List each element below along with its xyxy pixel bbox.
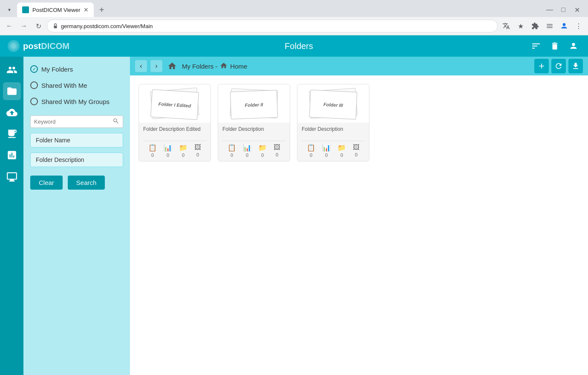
folder-stat: 🖼 0 <box>194 144 201 158</box>
browser-tab-active[interactable]: PostDICOM Viewer ✕ <box>17 3 94 17</box>
folder-stats: 📋 0 📊 0 📁 0 🖼 0 <box>143 141 206 159</box>
action-buttons: Clear Search <box>30 176 123 190</box>
folder-description: Folder Description <box>302 126 365 138</box>
translate-icon[interactable] <box>500 20 512 32</box>
stat-count: 0 <box>340 153 343 158</box>
sidebar-icon-folders[interactable] <box>3 82 21 100</box>
folder-paper-front: Folder III <box>309 89 357 119</box>
folder-paper-front: Folder I Edited <box>150 89 199 120</box>
folder-card-1[interactable]: Folder I Edited Folder Description Edite… <box>138 84 211 162</box>
sidebar-icon-avatar[interactable] <box>3 61 21 79</box>
close-window-button[interactable]: ✕ <box>571 4 583 16</box>
left-panel: My Folders Shared With Me Shared With My… <box>23 57 130 375</box>
home-icon-nav <box>166 60 179 72</box>
back-button[interactable]: ← <box>3 20 15 32</box>
main-content: ‹ › My Folders - Home <box>130 57 588 375</box>
folder-title: Folder I Edited <box>156 99 193 110</box>
nav-my-folders[interactable]: My Folders <box>30 63 123 75</box>
clear-button[interactable]: Clear <box>30 176 63 190</box>
download-button[interactable] <box>568 59 583 73</box>
stat-icon: 📁 <box>337 144 346 152</box>
shared-with-groups-radio[interactable] <box>30 98 38 105</box>
folder-stat: 📊 0 <box>164 144 172 158</box>
sidebar-icon-analytics[interactable] <box>3 146 21 164</box>
folder-card-top: Folder I Edited <box>139 84 210 123</box>
stat-icon: 📋 <box>228 144 236 152</box>
stat-icon: 🖼 <box>194 144 201 151</box>
minimize-button[interactable]: — <box>544 4 556 16</box>
stat-icon: 📊 <box>243 144 251 152</box>
breadcrumb-home-text[interactable]: Home <box>230 63 247 70</box>
folder-card-3[interactable]: Folder III Folder Description 📋 0 📊 0 <box>297 84 369 162</box>
sidebar-icon-upload[interactable] <box>3 104 21 121</box>
filter-folder-name[interactable]: Folder Name <box>30 133 123 147</box>
my-folders-radio[interactable] <box>30 65 38 73</box>
lock-icon <box>52 23 58 29</box>
refresh-button[interactable] <box>551 59 566 73</box>
app-header: postDICOM Folders <box>0 35 588 57</box>
stat-count: 0 <box>261 153 264 158</box>
maximize-button[interactable]: □ <box>557 4 569 16</box>
sidebar-icon-worklist[interactable] <box>3 125 21 143</box>
tab-close-icon[interactable]: ✕ <box>84 6 89 13</box>
svg-rect-0 <box>54 26 57 28</box>
app-logo: postDICOM <box>7 39 69 53</box>
stat-icon: 📁 <box>258 144 267 152</box>
stat-icon: 📊 <box>322 144 331 152</box>
stat-icon: 📊 <box>164 144 172 152</box>
stat-count: 0 <box>325 153 328 158</box>
svg-point-4 <box>11 43 16 49</box>
nav-shared-with-groups[interactable]: Shared With My Groups <box>30 96 123 107</box>
folder-card-top: Folder II <box>218 84 290 123</box>
folder-description: Folder Description <box>222 126 285 138</box>
sort-button[interactable] <box>528 38 544 54</box>
folder-description: Folder Description Edited <box>143 126 206 138</box>
my-folders-label: My Folders <box>41 66 73 73</box>
reload-button[interactable]: ↻ <box>32 20 44 32</box>
shared-with-me-label: Shared With Me <box>41 82 87 89</box>
menu-icon[interactable]: ⋮ <box>573 20 585 32</box>
address-bar[interactable] <box>47 20 498 32</box>
search-button[interactable]: Search <box>68 176 105 190</box>
nav-forward-arrow[interactable]: › <box>150 60 162 72</box>
folder-card-2[interactable]: Folder II Folder Description 📋 0 📊 0 <box>218 84 290 162</box>
nav-back-arrow[interactable]: ‹ <box>135 60 147 72</box>
keyword-search-box[interactable] <box>30 115 123 128</box>
new-tab-button[interactable]: + <box>95 4 107 16</box>
folder-stat: 📊 0 <box>322 144 331 158</box>
sidebar-toggle[interactable] <box>544 20 556 32</box>
main-nav-bar: ‹ › My Folders - Home <box>130 57 588 75</box>
folder-paper-front: Folder II <box>230 90 278 119</box>
folder-title: Folder III <box>322 100 345 110</box>
folder-card-body: Folder Description 📋 0 📊 0 📁 0 <box>297 123 369 161</box>
app-container: postDICOM Folders <box>0 35 588 375</box>
sidebar-icon-monitor[interactable] <box>3 167 21 185</box>
folder-stat: 📁 0 <box>258 144 267 158</box>
user-account-button[interactable] <box>566 38 581 54</box>
forward-button[interactable]: → <box>18 20 30 32</box>
tab-chevron-down[interactable]: ▾ <box>3 4 15 16</box>
add-folder-button[interactable] <box>534 59 549 73</box>
folder-card-top: Folder III <box>297 84 369 123</box>
filter-folder-description[interactable]: Folder Description <box>30 153 123 167</box>
app-body: My Folders Shared With Me Shared With My… <box>0 57 588 375</box>
keyword-input[interactable] <box>34 118 112 125</box>
nav-shared-with-me[interactable]: Shared With Me <box>30 80 123 91</box>
search-icon <box>112 118 119 126</box>
url-input[interactable] <box>61 23 492 29</box>
folder-stat: 📁 0 <box>179 144 187 158</box>
folder-stat: 📁 0 <box>337 144 346 158</box>
stat-icon: 🖼 <box>353 144 360 151</box>
folder-card-body: Folder Description Edited 📋 0 📊 0 📁 <box>139 123 210 161</box>
main-nav-actions <box>534 59 583 73</box>
breadcrumb-prefix: My Folders - <box>182 63 217 70</box>
shared-with-me-radio[interactable] <box>30 81 38 89</box>
stat-count: 0 <box>276 152 278 157</box>
sidebar-icons <box>0 57 23 375</box>
app-title: Folders <box>69 41 528 51</box>
logo-icon <box>7 39 20 53</box>
bookmark-icon[interactable]: ★ <box>515 20 527 32</box>
user-profile-icon[interactable] <box>558 20 570 32</box>
delete-button[interactable] <box>547 38 562 54</box>
extensions-icon[interactable] <box>529 20 541 32</box>
